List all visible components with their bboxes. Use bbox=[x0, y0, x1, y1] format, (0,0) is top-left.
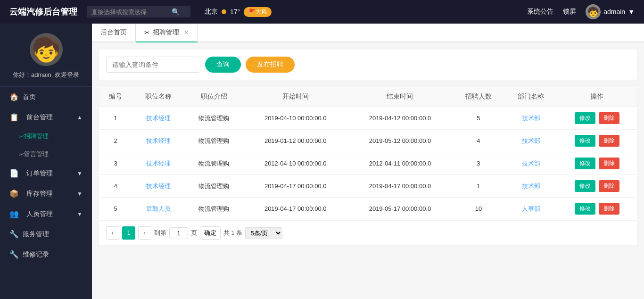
edit-button[interactable]: 修改 bbox=[575, 203, 595, 215]
cell-count: 3 bbox=[452, 152, 504, 175]
sidebar-nav: 🏠 首页 📋 前台管理 ▲ ✂ 招聘管理 ✂ 留言管理 📄 bbox=[0, 87, 92, 299]
weather-wind: 🚩大风 bbox=[244, 7, 272, 17]
sidebar-item-inventory[interactable]: 📦 库存管理 ▼ bbox=[0, 183, 92, 204]
table-row: 3 技术经理 物流管理购 2012-04-10 00:00:00.0 2012-… bbox=[99, 152, 637, 175]
system-notice-link[interactable]: 系统公告 bbox=[527, 8, 553, 16]
content-area: 查询 发布招聘 编号 职位名称 职位介绍 开始时间 结束时间 招聘人数 部门名 bbox=[92, 42, 644, 299]
admin-menu[interactable]: 🧒 admain ▼ bbox=[586, 4, 635, 19]
sidebar-item-frontend[interactable]: 📋 前台管理 ▲ bbox=[0, 107, 92, 127]
chevron-down-icon3: ▼ bbox=[77, 211, 83, 217]
message-icon: ✂ bbox=[19, 151, 24, 158]
table-row: 4 技术经理 物流管理购 2019-04-17 00:00:00.0 2019-… bbox=[99, 175, 637, 198]
tab-recruitment-label: 招聘管理 bbox=[153, 28, 179, 37]
cell-actions: 修改 删除 bbox=[557, 152, 637, 175]
tab-close-icon[interactable]: ✕ bbox=[184, 29, 189, 36]
staff-icon: 👥 bbox=[9, 209, 19, 218]
cell-start: 2012-04-10 00:00:00.0 bbox=[243, 152, 348, 175]
cell-end: 2019-05-12 00:00:00.0 bbox=[348, 130, 453, 152]
recruitment-label: 招聘管理 bbox=[24, 132, 49, 141]
cell-position[interactable]: 后勤人员 bbox=[132, 198, 184, 220]
recruitment-icon: ✂ bbox=[19, 133, 24, 140]
col-intro: 职位介绍 bbox=[184, 87, 243, 107]
weather-temp: 17° bbox=[230, 8, 240, 16]
cell-dept[interactable]: 人事部 bbox=[505, 198, 557, 220]
sidebar-item-label: 首页 bbox=[23, 93, 36, 101]
admin-name-label: admain bbox=[603, 8, 625, 16]
cell-start: 2019-04-17 00:00:00.0 bbox=[243, 198, 348, 220]
inventory-label: 库存管理 bbox=[26, 190, 53, 198]
cell-count: 10 bbox=[452, 198, 504, 220]
avatar: 🧒 bbox=[586, 4, 601, 19]
delete-button[interactable]: 删除 bbox=[599, 135, 619, 147]
cell-position[interactable]: 技术经理 bbox=[132, 130, 184, 152]
sidebar-item-staff[interactable]: 👥 人员管理 ▼ bbox=[0, 204, 92, 224]
table-row: 2 技术经理 物流管理购 2019-01-12 00:00:00.0 2019-… bbox=[99, 130, 637, 152]
sidebar-item-home[interactable]: 🏠 首页 bbox=[0, 87, 92, 107]
cell-position[interactable]: 技术经理 bbox=[132, 152, 184, 175]
edit-button[interactable]: 修改 bbox=[575, 112, 595, 124]
publish-button[interactable]: 发布招聘 bbox=[246, 57, 295, 73]
table-header-row: 编号 职位名称 职位介绍 开始时间 结束时间 招聘人数 部门名称 操作 bbox=[99, 87, 637, 107]
cell-count: 5 bbox=[452, 107, 504, 130]
sidebar-item-service[interactable]: 🔧 服务管理 bbox=[0, 224, 92, 244]
delete-button[interactable]: 删除 bbox=[599, 180, 619, 192]
delete-button[interactable]: 删除 bbox=[599, 112, 619, 124]
sidebar-item-order[interactable]: 📄 订单管理 ▼ bbox=[0, 163, 92, 183]
cell-id: 4 bbox=[99, 175, 132, 198]
prev-page-button[interactable]: ‹ bbox=[106, 226, 119, 240]
cell-dept[interactable]: 技术部 bbox=[505, 130, 557, 152]
order-icon: 📄 bbox=[9, 169, 19, 178]
chevron-up-icon: ▲ bbox=[77, 114, 83, 121]
inventory-icon: 📦 bbox=[9, 189, 19, 198]
cell-start: 2019-01-12 00:00:00.0 bbox=[243, 130, 348, 152]
delete-button[interactable]: 删除 bbox=[599, 158, 619, 169]
delete-button[interactable]: 删除 bbox=[599, 203, 619, 215]
table-row: 1 技术经理 物流管理购 2019-04-10 00:00:00.0 2019-… bbox=[99, 107, 637, 130]
main-content: 后台首页 ✂ 招聘管理 ✕ 查询 发布招聘 编号 bbox=[92, 24, 644, 299]
cell-end: 2019-04-17 00:00:00.0 bbox=[348, 175, 453, 198]
tab-home[interactable]: 后台首页 bbox=[92, 24, 136, 42]
edit-button[interactable]: 修改 bbox=[575, 180, 595, 192]
page-1-button[interactable]: 1 bbox=[122, 226, 135, 240]
page-size-select[interactable]: 5条/页 10条/页 20条/页 bbox=[245, 227, 282, 239]
weather-widget: 北京 17° 🚩大风 bbox=[205, 7, 272, 17]
cell-dept[interactable]: 技术部 bbox=[505, 175, 557, 198]
search-icon[interactable]: 🔍 bbox=[172, 8, 180, 16]
sidebar-item-recruitment[interactable]: ✂ 招聘管理 bbox=[0, 127, 92, 145]
cell-position[interactable]: 技术经理 bbox=[132, 107, 184, 130]
col-id: 编号 bbox=[99, 87, 132, 107]
lock-screen-link[interactable]: 锁屏 bbox=[563, 8, 576, 16]
query-button[interactable]: 查询 bbox=[205, 57, 241, 73]
tab-recruitment[interactable]: ✂ 招聘管理 ✕ bbox=[136, 24, 198, 42]
cell-dept[interactable]: 技术部 bbox=[505, 107, 557, 130]
search-input[interactable] bbox=[91, 8, 172, 16]
service-icon: 🔧 bbox=[9, 230, 19, 239]
global-search[interactable]: 🔍 bbox=[87, 6, 190, 17]
weather-city: 北京 bbox=[205, 8, 218, 16]
goto-input[interactable] bbox=[169, 227, 188, 239]
cell-position[interactable]: 技术经理 bbox=[132, 175, 184, 198]
total-label: 共 1 条 bbox=[223, 229, 242, 237]
next-page-button[interactable]: › bbox=[138, 226, 151, 240]
dropdown-icon[interactable]: ▼ bbox=[628, 8, 635, 16]
pagination: ‹ 1 › 到第 页 确定 共 1 条 5条/页 10条/页 20条/页 bbox=[99, 220, 637, 245]
frontend-label: 前台管理 bbox=[26, 113, 53, 122]
cell-intro: 物流管理购 bbox=[184, 175, 243, 198]
cell-count: 1 bbox=[452, 175, 504, 198]
cell-dept[interactable]: 技术部 bbox=[505, 152, 557, 175]
data-table: 编号 职位名称 职位介绍 开始时间 结束时间 招聘人数 部门名称 操作 1 技术… bbox=[99, 87, 637, 245]
sidebar-item-message[interactable]: ✂ 留言管理 bbox=[0, 145, 92, 163]
edit-button[interactable]: 修改 bbox=[575, 158, 595, 169]
tab-bar: 后台首页 ✂ 招聘管理 ✕ bbox=[92, 24, 644, 42]
chevron-down-icon2: ▼ bbox=[77, 191, 83, 197]
cell-end: 2019-04-12 00:00:00.0 bbox=[348, 107, 453, 130]
edit-button[interactable]: 修改 bbox=[575, 135, 595, 147]
goto-confirm-button[interactable]: 确定 bbox=[200, 226, 221, 240]
col-actions: 操作 bbox=[557, 87, 637, 107]
cell-id: 2 bbox=[99, 130, 132, 152]
page-unit-label: 页 bbox=[191, 229, 197, 237]
sidebar-item-repair[interactable]: 🔧 维修记录 bbox=[0, 244, 92, 265]
cell-end: 2012-04-11 00:00:00.0 bbox=[348, 152, 453, 175]
search-bar: 查询 发布招聘 bbox=[99, 50, 637, 80]
query-input[interactable] bbox=[106, 57, 200, 73]
